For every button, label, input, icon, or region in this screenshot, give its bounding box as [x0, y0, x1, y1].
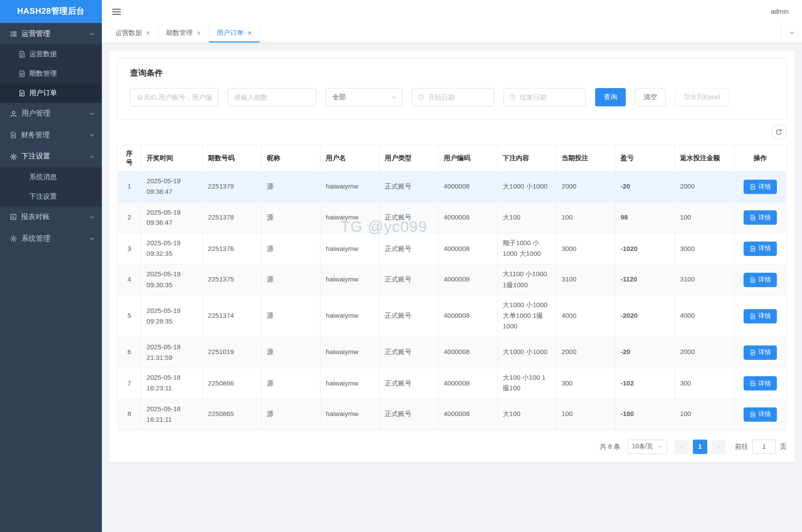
- page-number-button[interactable]: 1: [693, 439, 707, 454]
- search-button[interactable]: 查询: [595, 88, 626, 107]
- bet-amount: 3000: [556, 233, 615, 264]
- sidebar-subitem[interactable]: 运营数据: [0, 45, 102, 64]
- sidebar-item-label: 财务管理: [21, 131, 50, 140]
- detail-button-label: 详情: [759, 410, 771, 419]
- column-header: 当期投注: [556, 145, 615, 171]
- hamburger-menu-icon[interactable]: [111, 6, 122, 16]
- draw-time: 2025-05-18 16:23:11: [141, 368, 203, 399]
- row-index: 1: [117, 171, 141, 202]
- nickname: 源: [262, 264, 321, 295]
- close-icon[interactable]: ×: [146, 29, 150, 36]
- document-icon: [750, 184, 756, 190]
- bet-content: 大100: [497, 202, 556, 233]
- close-icon[interactable]: ×: [248, 29, 252, 36]
- user-type-select[interactable]: 全部: [325, 88, 402, 107]
- draw-time: 2025-05-19 09:36:47: [141, 202, 203, 233]
- chevron-up-icon: [89, 31, 95, 37]
- sidebar-subitem[interactable]: 用户订单: [0, 83, 102, 103]
- goto-page-input[interactable]: [752, 439, 776, 454]
- sidebar-item[interactable]: 下注设置: [0, 146, 102, 168]
- refresh-button[interactable]: [771, 124, 787, 140]
- profit: -100: [615, 399, 674, 430]
- detail-button[interactable]: 详情: [744, 345, 777, 359]
- username: haiwaiymw: [321, 295, 380, 337]
- sidebar-item[interactable]: 财务管理: [0, 124, 102, 146]
- actions-cell: 详情: [734, 171, 786, 202]
- export-excel-button[interactable]: 导出到Excel: [675, 88, 728, 107]
- nickname: 源: [262, 399, 321, 430]
- user-code: 4000008: [438, 295, 497, 337]
- detail-button[interactable]: 详情: [744, 376, 777, 390]
- detail-button[interactable]: 详情: [744, 407, 777, 421]
- draw-time: 2025-05-18 16:21:11: [141, 399, 203, 430]
- app-root: HASH28管理后台 运营管理运营数据期数管理用户订单用户管理财务管理下注设置系…: [0, 0, 802, 532]
- chevron-up-icon: [89, 154, 95, 159]
- row-index: 4: [117, 264, 141, 295]
- detail-button[interactable]: 详情: [744, 242, 777, 256]
- sidebar-item[interactable]: 运营管理: [0, 23, 102, 45]
- sidebar-subitem[interactable]: 系统消息: [0, 167, 102, 187]
- user-icon: [10, 110, 17, 117]
- pagination-total: 共 8 条: [600, 442, 620, 451]
- document-icon: [19, 50, 26, 58]
- query-row: 全部 查询 清空: [130, 88, 774, 107]
- nickname: 源: [262, 295, 321, 337]
- bet-amount: 4000: [556, 295, 615, 337]
- user-type: 正式账号: [380, 337, 438, 368]
- detail-button[interactable]: 详情: [744, 273, 777, 287]
- detail-button[interactable]: 详情: [744, 309, 777, 323]
- prev-page-button[interactable]: ‹: [674, 439, 689, 454]
- actions-cell: 详情: [734, 264, 786, 295]
- period-input[interactable]: [227, 88, 316, 107]
- user-type-select-value: 全部: [333, 93, 346, 102]
- tab[interactable]: 用户订单×: [209, 23, 260, 42]
- detail-button[interactable]: 详情: [744, 211, 777, 225]
- start-date-picker[interactable]: [412, 88, 494, 107]
- end-date-picker[interactable]: [504, 88, 586, 107]
- row-index: 5: [117, 295, 141, 337]
- rebate-amount: 3000: [674, 233, 734, 264]
- next-page-button[interactable]: ›: [711, 439, 725, 454]
- bet-content: 大100 小100 1撮100: [497, 368, 556, 399]
- detail-button[interactable]: 详情: [744, 180, 777, 194]
- chevron-down-icon: [89, 236, 95, 242]
- column-header: 期数号码: [202, 145, 261, 171]
- actions-cell: 详情: [734, 337, 786, 368]
- clock-icon: [417, 94, 424, 101]
- clear-button[interactable]: 清空: [635, 88, 666, 107]
- rebate-amount: 4000: [674, 295, 734, 337]
- username: haiwaiymw: [321, 368, 380, 399]
- column-header: 用户编码: [438, 145, 497, 171]
- profit: 98: [615, 202, 674, 233]
- tab[interactable]: 运营数据×: [108, 23, 159, 42]
- chevron-down-icon: [391, 94, 397, 100]
- sidebar-item[interactable]: 报表对账: [0, 206, 102, 228]
- sidebar-subitem-label: 系统消息: [29, 173, 57, 182]
- page-size-value: 10条/页: [632, 442, 653, 451]
- sidebar-item[interactable]: 系统管理: [0, 228, 102, 250]
- close-icon[interactable]: ×: [197, 29, 201, 36]
- tab[interactable]: 期数管理×: [159, 23, 209, 42]
- end-date-input[interactable]: [520, 93, 580, 101]
- sidebar-item-label: 用户管理: [22, 109, 50, 118]
- sidebar-subitem[interactable]: 期数管理: [0, 64, 102, 84]
- query-title: 查询条件: [130, 68, 774, 79]
- page-size-select[interactable]: 10条/页: [628, 439, 667, 454]
- tabs-dropdown-button[interactable]: [782, 23, 802, 42]
- user-type: 正式账号: [380, 171, 438, 202]
- actions-cell: 详情: [734, 202, 786, 233]
- profit: -1020: [615, 233, 674, 264]
- bet-content: 大1100 小1000 1撮1000: [497, 264, 556, 295]
- bet-amount: 300: [556, 368, 615, 399]
- start-date-input[interactable]: [428, 93, 488, 101]
- rebate-amount: 100: [674, 399, 734, 430]
- sidebar-item[interactable]: 用户管理: [0, 103, 102, 124]
- actions-cell: 详情: [734, 295, 786, 337]
- sidebar-subitem[interactable]: 下注设置: [0, 187, 102, 206]
- document-icon: [19, 89, 26, 96]
- username: haiwaiymw: [321, 202, 380, 233]
- user-menu[interactable]: admin: [771, 8, 789, 15]
- chevron-down-icon: [89, 214, 95, 220]
- column-header: 昵称: [262, 145, 321, 171]
- member-search-input[interactable]: [130, 88, 218, 107]
